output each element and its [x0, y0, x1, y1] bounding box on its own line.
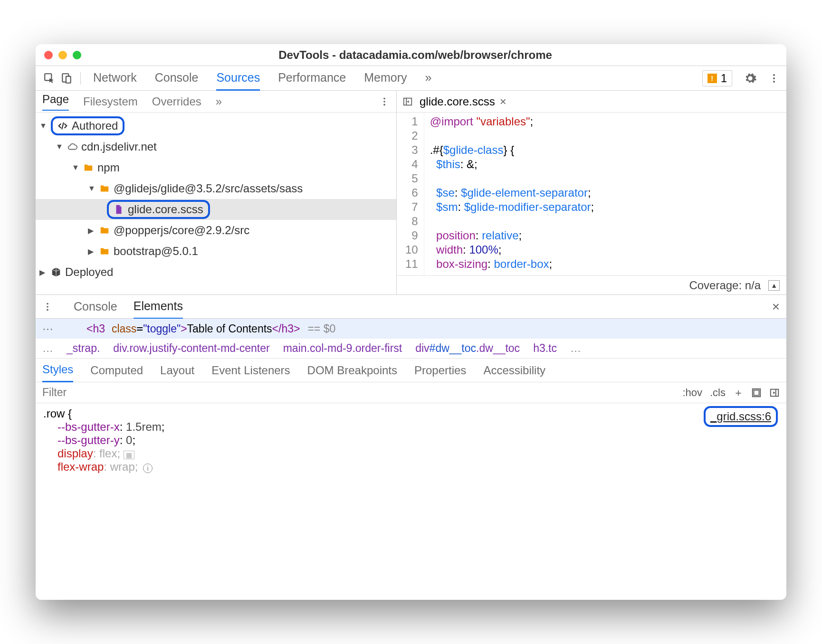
authored-label: Authored [72, 119, 118, 133]
tab-sources[interactable]: Sources [216, 66, 260, 91]
tab-console[interactable]: Console [155, 66, 199, 91]
editor-pane: glide.core.scss × 1234567891011 @import … [397, 91, 786, 294]
new-rule-icon[interactable]: ＋ [733, 386, 744, 400]
close-window[interactable] [44, 51, 53, 59]
folder-icon [99, 246, 110, 256]
styles-rules[interactable]: _grid.scss:6 .row { --bs-gutter-x: 1.5re… [36, 403, 786, 600]
svg-point-3 [773, 74, 775, 76]
nav-more-icon[interactable] [379, 96, 390, 107]
svg-point-10 [47, 303, 48, 304]
warnings-count: 1 [721, 72, 727, 85]
tree-authored[interactable]: Authored [36, 115, 396, 136]
nav-tab-overrides[interactable]: Overrides [152, 95, 201, 108]
tab-styles[interactable]: Styles [42, 358, 73, 382]
device-icon[interactable] [59, 71, 74, 85]
svg-point-12 [47, 309, 48, 311]
window-title: DevTools - datacadamia.com/web/browser/c… [81, 48, 749, 62]
inspect-icon[interactable] [42, 71, 57, 85]
computed-toggle-icon[interactable] [751, 388, 762, 398]
tab-performance[interactable]: Performance [278, 66, 346, 91]
settings-icon[interactable] [744, 72, 757, 85]
devtools-toolbar: Network Console Sources Performance Memo… [36, 66, 786, 91]
toggle-navigator-icon[interactable] [402, 96, 413, 107]
tree-glide-pkg[interactable]: @glidejs/glide@3.5.2/src/assets/sass [36, 178, 396, 199]
tab-memory[interactable]: Memory [364, 66, 407, 91]
tab-accessibility[interactable]: Accessibility [483, 359, 545, 382]
hov-toggle[interactable]: :hov [682, 387, 702, 399]
tree-deployed[interactable]: Deployed [36, 262, 396, 283]
expand-icon[interactable]: ▲ [768, 280, 780, 291]
nav-tab-page[interactable]: Page [42, 93, 69, 111]
navigator-pane: Page Filesystem Overrides » Authored [36, 91, 397, 294]
tree-cdn[interactable]: cdn.jsdelivr.net [36, 136, 396, 157]
svg-rect-14 [754, 390, 759, 395]
tab-event-listeners[interactable]: Event Listeners [211, 359, 290, 382]
folder-icon [99, 183, 110, 194]
svg-point-7 [383, 101, 385, 103]
code-area[interactable]: @import "variables"; .#{$glide-class} { … [424, 113, 600, 275]
cloud-icon [67, 142, 77, 152]
warnings-badge[interactable]: ! 1 [702, 70, 732, 86]
more-icon[interactable] [768, 73, 780, 84]
panel-tabs: Network Console Sources Performance Memo… [93, 66, 431, 91]
warning-icon: ! [707, 74, 717, 83]
rule-source-link[interactable]: _grid.scss:6 [704, 406, 778, 427]
tree-popper[interactable]: @popperjs/core@2.9.2/src [36, 220, 396, 241]
sidebar-toggle-icon[interactable] [769, 388, 780, 398]
svg-point-4 [773, 77, 775, 79]
styles-filter-input[interactable] [42, 386, 675, 399]
drawer-tab-elements[interactable]: Elements [134, 294, 183, 319]
tabs-overflow-icon[interactable]: » [425, 66, 432, 91]
tab-network[interactable]: Network [93, 66, 137, 91]
nav-tab-filesystem[interactable]: Filesystem [83, 95, 138, 108]
file-icon [114, 204, 124, 215]
svg-point-8 [383, 104, 385, 105]
tree-npm[interactable]: npm [36, 157, 396, 178]
svg-point-11 [47, 306, 48, 308]
drawer-more-icon[interactable] [42, 302, 53, 312]
tree-bootstrap[interactable]: bootstrap@5.0.1 [36, 241, 396, 262]
editor-tab[interactable]: glide.core.scss × [420, 95, 507, 108]
svg-rect-2 [66, 76, 71, 83]
box-icon [51, 267, 61, 277]
minimize-window[interactable] [58, 51, 67, 59]
folder-icon [83, 162, 94, 173]
cls-toggle[interactable]: .cls [710, 387, 726, 399]
drawer-tab-console[interactable]: Console [74, 295, 117, 318]
breadcrumbs[interactable]: … _strap. div.row.justify-content-md-cen… [36, 339, 786, 359]
svg-point-5 [773, 81, 775, 83]
coverage-status: Coverage: n/a [689, 279, 761, 292]
file-tree: Authored cdn.jsdelivr.net npm @glidejs/ [36, 113, 396, 294]
folder-icon [99, 225, 110, 236]
svg-point-6 [383, 97, 385, 99]
flex-grid-icon[interactable]: ▦ [124, 451, 134, 459]
tab-dom-breakpoints[interactable]: DOM Breakpoints [307, 359, 397, 382]
code-icon [57, 121, 68, 131]
tab-computed[interactable]: Computed [90, 359, 143, 382]
line-gutter: 1234567891011 [397, 113, 424, 275]
tree-glide-file[interactable]: glide.core.scss [36, 199, 396, 220]
tab-properties[interactable]: Properties [414, 359, 466, 382]
dom-selected-node[interactable]: ⋯ <h3 class="toggle">Table of Contents</… [36, 319, 786, 339]
traffic-lights [44, 51, 81, 59]
zoom-window[interactable] [73, 51, 81, 59]
close-tab-icon[interactable]: × [500, 95, 507, 108]
tab-layout[interactable]: Layout [160, 359, 194, 382]
nav-tabs-overflow-icon[interactable]: » [216, 95, 222, 108]
info-icon[interactable]: i [143, 464, 153, 473]
titlebar: DevTools - datacadamia.com/web/browser/c… [36, 44, 786, 66]
drawer-close-icon[interactable]: × [772, 299, 780, 314]
